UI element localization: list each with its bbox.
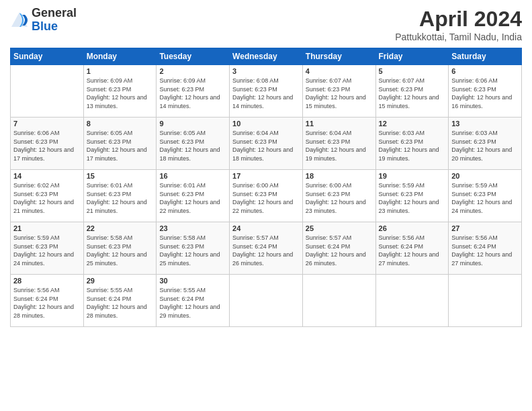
day-detail: Sunrise: 6:09 AM Sunset: 6:23 PM Dayligh…: [87, 77, 154, 110]
logo-text: General Blue: [32, 7, 77, 34]
day-detail: Sunrise: 5:55 AM Sunset: 6:24 PM Dayligh…: [87, 286, 154, 320]
day-number: 13: [451, 120, 519, 128]
day-number: 23: [159, 224, 226, 232]
day-detail: Sunrise: 5:58 AM Sunset: 6:23 PM Dayligh…: [87, 234, 154, 267]
calendar-cell: [230, 275, 303, 327]
day-detail: Sunrise: 5:55 AM Sunset: 6:24 PM Dayligh…: [159, 286, 226, 320]
day-detail: Sunrise: 6:07 AM Sunset: 6:23 PM Dayligh…: [306, 77, 373, 110]
day-number: 4: [306, 67, 373, 75]
logo: General Blue: [10, 7, 77, 34]
day-number: 27: [451, 224, 519, 232]
day-number: 14: [13, 172, 81, 180]
calendar-cell: 5Sunrise: 6:07 AM Sunset: 6:23 PM Daylig…: [375, 65, 449, 118]
day-detail: Sunrise: 5:56 AM Sunset: 6:24 PM Dayligh…: [379, 234, 446, 267]
day-number: 24: [232, 224, 300, 232]
day-detail: Sunrise: 5:56 AM Sunset: 6:24 PM Dayligh…: [13, 286, 81, 320]
day-detail: Sunrise: 5:59 AM Sunset: 6:23 PM Dayligh…: [379, 181, 446, 215]
calendar-cell: 25Sunrise: 5:57 AM Sunset: 6:24 PM Dayli…: [302, 222, 375, 275]
location: Pattukkottai, Tamil Nadu, India: [395, 32, 522, 42]
col-saturday: Saturday: [449, 48, 522, 65]
day-detail: Sunrise: 5:59 AM Sunset: 6:23 PM Dayligh…: [13, 234, 81, 267]
day-detail: Sunrise: 6:06 AM Sunset: 6:23 PM Dayligh…: [13, 129, 81, 163]
calendar-cell: 8Sunrise: 6:05 AM Sunset: 6:23 PM Daylig…: [83, 118, 157, 170]
day-number: 3: [232, 67, 300, 75]
day-number: 25: [306, 224, 373, 232]
calendar-cell: 29Sunrise: 5:55 AM Sunset: 6:24 PM Dayli…: [83, 275, 157, 327]
logo-icon: [10, 11, 29, 30]
day-number: 18: [306, 172, 373, 180]
day-detail: Sunrise: 6:05 AM Sunset: 6:23 PM Dayligh…: [159, 129, 226, 163]
day-detail: Sunrise: 6:03 AM Sunset: 6:23 PM Dayligh…: [379, 129, 446, 163]
day-number: 12: [379, 120, 446, 128]
calendar-cell: 13Sunrise: 6:03 AM Sunset: 6:23 PM Dayli…: [449, 118, 522, 170]
calendar-cell: 27Sunrise: 5:56 AM Sunset: 6:24 PM Dayli…: [449, 222, 522, 275]
day-number: 20: [451, 172, 519, 180]
calendar-cell: 16Sunrise: 6:01 AM Sunset: 6:23 PM Dayli…: [157, 170, 230, 222]
header: General Blue April 2024 Pattukkottai, Ta…: [10, 7, 522, 42]
calendar-cell: 18Sunrise: 6:00 AM Sunset: 6:23 PM Dayli…: [302, 170, 375, 222]
calendar-cell: 14Sunrise: 6:02 AM Sunset: 6:23 PM Dayli…: [11, 170, 84, 222]
calendar-cell: [11, 65, 84, 118]
day-detail: Sunrise: 5:56 AM Sunset: 6:24 PM Dayligh…: [451, 234, 519, 267]
day-detail: Sunrise: 5:57 AM Sunset: 6:24 PM Dayligh…: [306, 234, 373, 267]
day-number: 11: [306, 120, 373, 128]
day-detail: Sunrise: 5:59 AM Sunset: 6:23 PM Dayligh…: [451, 181, 519, 215]
calendar-row-1: 7Sunrise: 6:06 AM Sunset: 6:23 PM Daylig…: [11, 118, 522, 170]
day-detail: Sunrise: 6:00 AM Sunset: 6:23 PM Dayligh…: [306, 181, 373, 215]
day-number: 10: [232, 120, 300, 128]
day-detail: Sunrise: 6:04 AM Sunset: 6:23 PM Dayligh…: [306, 129, 373, 163]
day-number: 19: [379, 172, 446, 180]
calendar-cell: 6Sunrise: 6:06 AM Sunset: 6:23 PM Daylig…: [449, 65, 522, 118]
logo-general-text: General: [32, 7, 77, 20]
calendar-cell: [375, 275, 449, 327]
day-number: 15: [87, 172, 154, 180]
day-detail: Sunrise: 6:09 AM Sunset: 6:23 PM Dayligh…: [159, 77, 226, 110]
calendar-cell: 24Sunrise: 5:57 AM Sunset: 6:24 PM Dayli…: [230, 222, 303, 275]
header-row: Sunday Monday Tuesday Wednesday Thursday…: [11, 48, 522, 65]
calendar-cell: 1Sunrise: 6:09 AM Sunset: 6:23 PM Daylig…: [83, 65, 157, 118]
calendar-cell: 2Sunrise: 6:09 AM Sunset: 6:23 PM Daylig…: [157, 65, 230, 118]
calendar-row-4: 28Sunrise: 5:56 AM Sunset: 6:24 PM Dayli…: [11, 275, 522, 327]
day-number: 22: [87, 224, 154, 232]
calendar-page: General Blue April 2024 Pattukkottai, Ta…: [0, 0, 532, 411]
day-detail: Sunrise: 5:58 AM Sunset: 6:23 PM Dayligh…: [159, 234, 226, 267]
calendar-cell: 9Sunrise: 6:05 AM Sunset: 6:23 PM Daylig…: [157, 118, 230, 170]
calendar-cell: 30Sunrise: 5:55 AM Sunset: 6:24 PM Dayli…: [157, 275, 230, 327]
day-number: 5: [379, 67, 446, 75]
day-detail: Sunrise: 6:04 AM Sunset: 6:23 PM Dayligh…: [232, 129, 300, 163]
col-thursday: Thursday: [302, 48, 375, 65]
calendar-cell: 12Sunrise: 6:03 AM Sunset: 6:23 PM Dayli…: [375, 118, 449, 170]
day-number: 16: [159, 172, 226, 180]
calendar-cell: 21Sunrise: 5:59 AM Sunset: 6:23 PM Dayli…: [11, 222, 84, 275]
calendar-cell: 4Sunrise: 6:07 AM Sunset: 6:23 PM Daylig…: [302, 65, 375, 118]
day-detail: Sunrise: 6:03 AM Sunset: 6:23 PM Dayligh…: [451, 129, 519, 163]
day-detail: Sunrise: 6:06 AM Sunset: 6:23 PM Dayligh…: [451, 77, 519, 110]
title-area: April 2024 Pattukkottai, Tamil Nadu, Ind…: [395, 7, 522, 42]
day-detail: Sunrise: 6:01 AM Sunset: 6:23 PM Dayligh…: [87, 181, 154, 215]
day-number: 8: [87, 120, 154, 128]
day-number: 30: [159, 277, 226, 285]
col-sunday: Sunday: [11, 48, 84, 65]
logo-blue-text: Blue: [32, 20, 77, 34]
calendar-cell: 17Sunrise: 6:00 AM Sunset: 6:23 PM Dayli…: [230, 170, 303, 222]
col-friday: Friday: [375, 48, 449, 65]
calendar-table: Sunday Monday Tuesday Wednesday Thursday…: [10, 48, 522, 327]
col-tuesday: Tuesday: [157, 48, 230, 65]
col-wednesday: Wednesday: [230, 48, 303, 65]
day-number: 2: [159, 67, 226, 75]
calendar-cell: 11Sunrise: 6:04 AM Sunset: 6:23 PM Dayli…: [302, 118, 375, 170]
calendar-cell: 3Sunrise: 6:08 AM Sunset: 6:23 PM Daylig…: [230, 65, 303, 118]
calendar-cell: 20Sunrise: 5:59 AM Sunset: 6:23 PM Dayli…: [449, 170, 522, 222]
day-detail: Sunrise: 6:05 AM Sunset: 6:23 PM Dayligh…: [87, 129, 154, 163]
calendar-cell: [449, 275, 522, 327]
day-number: 17: [232, 172, 300, 180]
calendar-cell: 19Sunrise: 5:59 AM Sunset: 6:23 PM Dayli…: [375, 170, 449, 222]
col-monday: Monday: [83, 48, 157, 65]
day-number: 28: [13, 277, 81, 285]
calendar-cell: 15Sunrise: 6:01 AM Sunset: 6:23 PM Dayli…: [83, 170, 157, 222]
calendar-cell: 22Sunrise: 5:58 AM Sunset: 6:23 PM Dayli…: [83, 222, 157, 275]
day-number: 26: [379, 224, 446, 232]
day-detail: Sunrise: 6:07 AM Sunset: 6:23 PM Dayligh…: [379, 77, 446, 110]
calendar-cell: 7Sunrise: 6:06 AM Sunset: 6:23 PM Daylig…: [11, 118, 84, 170]
day-detail: Sunrise: 5:57 AM Sunset: 6:24 PM Dayligh…: [232, 234, 300, 267]
